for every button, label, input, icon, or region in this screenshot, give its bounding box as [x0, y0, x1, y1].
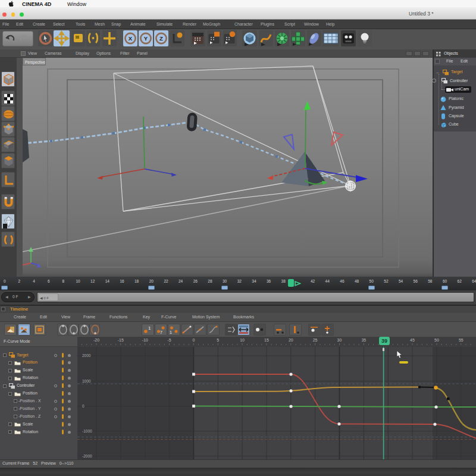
svg-text:Y: Y — [144, 35, 148, 42]
svg-text:1: 1 — [170, 330, 172, 334]
svg-text:X: X — [129, 35, 133, 42]
svg-text:0: 0 — [82, 404, 84, 408]
svg-text:-1000: -1000 — [82, 429, 92, 433]
svg-text:1: 1 — [148, 325, 151, 331]
svg-text:-2000: -2000 — [82, 454, 92, 458]
svg-text:1000: 1000 — [82, 379, 91, 383]
svg-text:Z: Z — [159, 35, 163, 42]
svg-text:2000: 2000 — [82, 353, 91, 358]
svg-text:7: 7 — [160, 330, 162, 334]
